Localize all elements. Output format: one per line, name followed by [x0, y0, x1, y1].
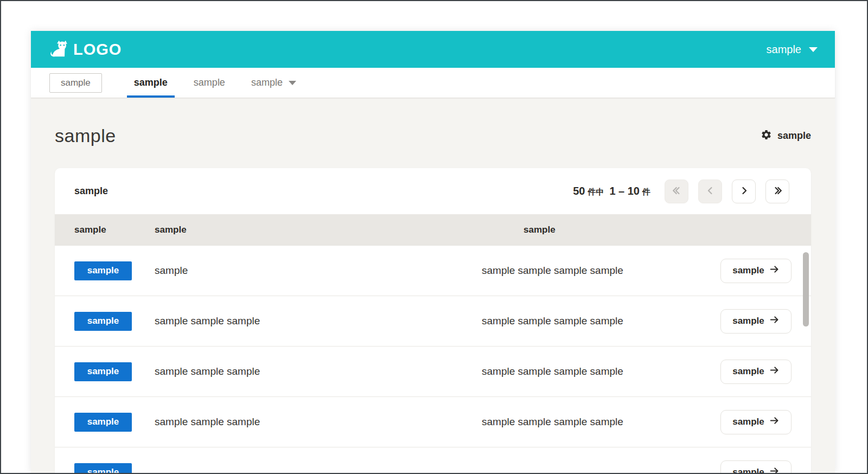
- arrow-right-icon: [769, 365, 780, 378]
- arrow-right-icon: [769, 315, 780, 328]
- tab-2[interactable]: sample: [187, 68, 232, 98]
- pagination: 50 件中 1 – 10 件: [573, 180, 789, 203]
- tab-1-label: sample: [134, 77, 168, 88]
- status-badge: sample: [74, 463, 132, 473]
- chevron-right-icon: [739, 185, 749, 197]
- pagination-total: 50: [573, 185, 585, 197]
- column-header-3: sample: [482, 225, 716, 235]
- cat-logo-icon: [49, 40, 68, 59]
- column-header-1: sample: [74, 225, 155, 235]
- chevrons-right-icon: [773, 185, 783, 197]
- page-head: sample sample: [55, 125, 811, 146]
- row-action-button[interactable]: sample: [720, 410, 792, 434]
- pagination-range: 1 – 10: [609, 185, 640, 197]
- pagination-range-unit: 件: [642, 187, 650, 197]
- row-description: sample sample sample sample: [482, 265, 716, 277]
- row-action-button[interactable]: sample: [720, 460, 792, 473]
- row-action-button[interactable]: sample: [720, 309, 792, 334]
- app-window: LOGO sample sample sample sample sample …: [31, 31, 835, 473]
- app-header: LOGO sample: [31, 31, 835, 68]
- last-page-button[interactable]: [765, 180, 789, 203]
- screenshot-frame: { "app": { "brand": { "logo": "LOGO" }, …: [0, 0, 868, 474]
- chevron-down-icon: [809, 47, 818, 52]
- table-row: sample sample sample sample sample sampl…: [55, 296, 811, 346]
- page-title: sample: [55, 125, 116, 146]
- back-chip-button[interactable]: sample: [49, 73, 102, 93]
- row-action-button[interactable]: sample: [720, 360, 792, 384]
- table-row: sample sample sample sample sample sampl…: [55, 346, 811, 396]
- settings-link[interactable]: sample: [761, 129, 811, 143]
- table-row: sample sample: [55, 447, 811, 473]
- prev-page-button[interactable]: [698, 180, 722, 203]
- main-content: sample sample sample 50 件中 1 – 10: [31, 98, 835, 473]
- arrow-right-icon: [769, 415, 780, 428]
- status-badge: sample: [74, 413, 132, 432]
- row-action-label: sample: [732, 316, 764, 326]
- chevron-down-icon: [289, 81, 296, 85]
- row-name: sample sample sample: [155, 366, 482, 377]
- arrow-right-icon: [769, 466, 780, 473]
- row-action-label: sample: [732, 265, 764, 276]
- user-menu[interactable]: sample: [767, 43, 818, 56]
- tab-3-label: sample: [251, 77, 283, 88]
- card-title: sample: [74, 185, 108, 197]
- chevron-left-icon: [705, 185, 716, 197]
- card-header: sample 50 件中 1 – 10 件: [55, 168, 811, 214]
- status-badge: sample: [74, 312, 132, 331]
- column-header-2: sample: [155, 225, 482, 235]
- logo[interactable]: LOGO: [49, 40, 122, 59]
- pagination-total-unit: 件中: [588, 187, 604, 197]
- row-description: sample sample sample sample: [482, 416, 716, 428]
- user-menu-label: sample: [767, 43, 801, 56]
- chevrons-left-icon: [672, 185, 682, 197]
- row-action-label: sample: [732, 417, 764, 427]
- settings-label: sample: [777, 130, 811, 142]
- tab-1-active[interactable]: sample: [127, 68, 175, 98]
- row-description: sample sample sample sample: [482, 315, 716, 327]
- scrollbar-thumb[interactable]: [803, 252, 809, 326]
- row-description: sample sample sample sample: [482, 366, 716, 377]
- row-name: sample sample sample: [155, 315, 482, 327]
- table-row: sample sample sample sample sample sampl…: [55, 396, 811, 447]
- row-action-label: sample: [732, 467, 764, 473]
- status-badge: sample: [74, 261, 132, 280]
- logo-text: LOGO: [73, 41, 122, 59]
- row-name: sample: [155, 265, 482, 277]
- arrow-right-icon: [769, 264, 780, 277]
- gear-icon: [761, 129, 772, 143]
- row-name: sample sample sample: [155, 416, 482, 428]
- table-header-row: sample sample sample: [55, 214, 811, 245]
- pagination-summary: 50 件中 1 – 10 件: [573, 185, 650, 197]
- first-page-button[interactable]: [665, 180, 688, 203]
- tab-2-label: sample: [194, 77, 225, 88]
- tab-bar: sample sample sample sample: [31, 68, 835, 98]
- row-action-button[interactable]: sample: [720, 259, 792, 283]
- row-action-label: sample: [732, 366, 764, 377]
- status-badge: sample: [74, 362, 132, 381]
- table-row: sample sample sample sample sample sampl…: [55, 245, 811, 296]
- list-card: sample 50 件中 1 – 10 件: [55, 168, 811, 473]
- tab-3-dropdown[interactable]: sample: [244, 68, 303, 98]
- next-page-button[interactable]: [732, 180, 756, 203]
